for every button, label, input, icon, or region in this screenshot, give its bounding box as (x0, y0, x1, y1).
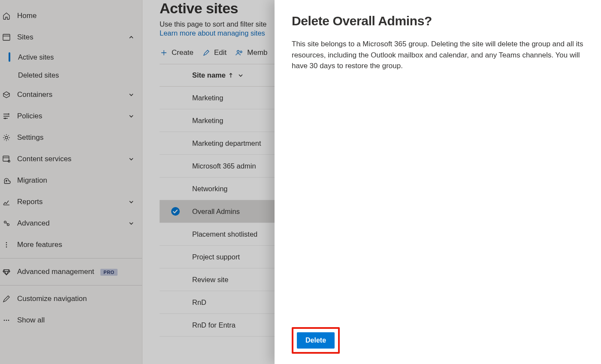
nav-label: Content services (17, 155, 127, 163)
nav-text: Advanced management (17, 268, 94, 276)
chevron-down-icon (127, 220, 136, 226)
button-label: Memb (247, 48, 267, 57)
panel-title: Delete Overall Admins? (292, 14, 584, 28)
more-icon (2, 240, 11, 250)
nav-label: Reports (17, 198, 127, 206)
content-services-icon (2, 154, 11, 164)
column-label: Site name (192, 71, 226, 79)
gear-icon (2, 133, 11, 142)
delete-site-panel: Delete Overall Admins? This site belongs… (275, 0, 601, 364)
edit-button[interactable]: Edit (202, 48, 227, 57)
nav-label: Sites (17, 33, 127, 42)
checkmark-icon (171, 207, 180, 216)
sidebar-item-content-services[interactable]: Content services (0, 148, 142, 170)
migration-icon (2, 176, 11, 185)
separator (0, 258, 142, 259)
membership-button[interactable]: Memb (235, 48, 267, 57)
nav-label: Migration (17, 176, 136, 185)
sidebar-item-advanced-management[interactable]: Advanced management PRO (0, 261, 142, 283)
svg-point-11 (4, 320, 5, 321)
button-label: Edit (214, 48, 227, 57)
site-name: Marketing (192, 94, 223, 102)
chevron-down-icon (238, 72, 244, 78)
chevron-up-icon (127, 34, 136, 40)
sidebar-item-migration[interactable]: Migration (0, 170, 142, 191)
sidebar-item-sites[interactable]: Sites (0, 27, 142, 48)
svg-point-8 (6, 242, 7, 244)
sidebar-item-customize-navigation[interactable]: Customize navigation (0, 288, 142, 310)
site-name: Marketing department (192, 139, 261, 147)
svg-point-10 (6, 247, 7, 248)
svg-point-6 (4, 221, 6, 223)
site-name: Marketing (192, 117, 223, 125)
advanced-icon (2, 219, 11, 228)
button-label: Create (172, 48, 193, 57)
nav-label: Policies (17, 112, 127, 120)
nav-label: Home (17, 12, 136, 20)
svg-point-15 (240, 51, 242, 53)
nav-label: Deleted sites (18, 71, 59, 79)
sidebar-item-settings[interactable]: Settings (0, 127, 142, 148)
sidebar-subitem-deleted-sites[interactable]: Deleted sites (0, 66, 142, 84)
site-name: Review site (192, 276, 228, 284)
sidebar-item-show-all[interactable]: Show all (0, 310, 142, 331)
svg-point-9 (6, 244, 7, 246)
people-icon (235, 48, 244, 57)
site-name: Microsoft 365 admin (192, 162, 256, 170)
sites-icon (2, 33, 11, 42)
nav-label: Containers (17, 90, 127, 99)
svg-point-3 (5, 136, 8, 139)
sidebar-item-containers[interactable]: Containers (0, 84, 142, 105)
containers-icon (2, 90, 11, 99)
highlight-frame: Delete (292, 327, 340, 354)
site-name: Project support (192, 253, 240, 261)
chevron-down-icon (127, 199, 136, 205)
create-button[interactable]: Create (160, 48, 193, 57)
site-name: RnD for Entra (192, 321, 236, 329)
site-name: Placement shotlisted (192, 230, 257, 238)
nav-label: Customize navigation (17, 295, 136, 303)
nav-label: More features (17, 241, 136, 249)
reports-icon (2, 197, 11, 207)
separator (0, 285, 142, 286)
sidebar-item-home[interactable]: Home (0, 5, 142, 27)
ellipsis-icon (2, 316, 11, 325)
sidebar-subitem-active-sites[interactable]: Active sites (0, 48, 142, 66)
panel-footer: Delete (292, 317, 584, 354)
sidebar-item-more-features[interactable]: More features (0, 234, 142, 256)
panel-body: This site belongs to a Microsoft 365 gro… (292, 39, 584, 317)
svg-point-1 (8, 114, 9, 114)
pencil-icon (2, 294, 11, 304)
nav-label: Active sites (18, 53, 54, 61)
nav-label: Settings (17, 133, 136, 142)
svg-point-13 (8, 320, 9, 321)
sidebar: Home Sites Active sites Deleted sites Co… (0, 0, 142, 364)
svg-point-12 (6, 320, 7, 321)
plus-icon (160, 48, 168, 57)
policies-icon (2, 111, 11, 121)
chevron-down-icon (127, 156, 136, 162)
svg-rect-0 (3, 34, 10, 40)
pro-badge: PRO (100, 269, 117, 276)
nav-label: Show all (17, 316, 136, 325)
site-name: Overall Admins (192, 208, 240, 216)
sort-ascending-icon (228, 72, 233, 78)
diamond-icon (2, 267, 11, 277)
pencil-icon (202, 48, 211, 57)
svg-point-14 (237, 51, 239, 53)
sidebar-item-advanced[interactable]: Advanced (0, 213, 142, 234)
sidebar-item-policies[interactable]: Policies (0, 105, 142, 127)
nav-label: Advanced management PRO (17, 268, 136, 276)
chevron-down-icon (127, 113, 136, 119)
nav-label: Advanced (17, 219, 127, 228)
chevron-down-icon (127, 92, 136, 98)
site-name: Networking (192, 185, 228, 193)
delete-button[interactable]: Delete (297, 332, 335, 349)
sidebar-item-reports[interactable]: Reports (0, 191, 142, 213)
site-name: RnD (192, 298, 206, 307)
home-icon (2, 11, 11, 21)
